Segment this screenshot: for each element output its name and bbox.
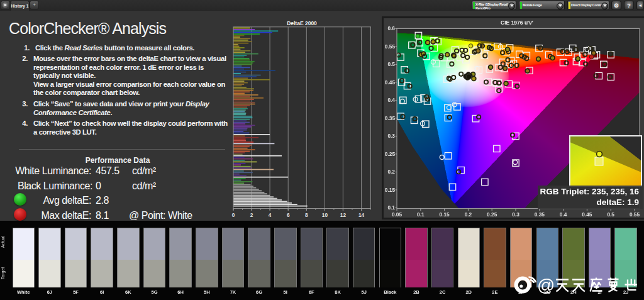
svg-text:14: 14	[358, 212, 365, 218]
svg-text:DeltaE 2000: DeltaE 2000	[287, 20, 317, 26]
svg-text:12: 12	[340, 212, 347, 218]
svg-text:4: 4	[269, 212, 272, 218]
svg-text:8: 8	[305, 212, 308, 218]
svg-text:6: 6	[287, 212, 290, 218]
svg-text:0: 0	[232, 212, 235, 218]
svg-text:2: 2	[250, 212, 253, 218]
svg-text:10: 10	[322, 212, 328, 218]
